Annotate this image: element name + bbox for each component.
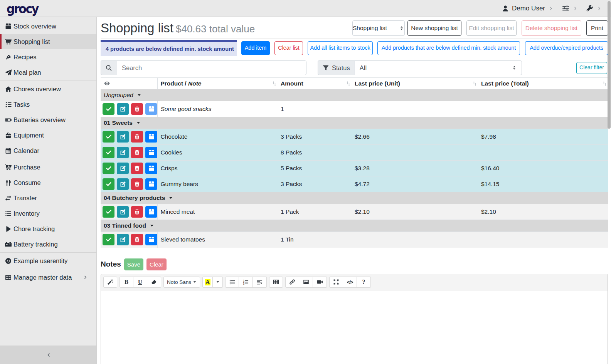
- settings-menu[interactable]: [562, 5, 578, 12]
- sidebar-item-manage-master-data[interactable]: Manage master data: [0, 270, 96, 285]
- delete-item-button[interactable]: [131, 103, 143, 115]
- add-all-to-stock-button[interactable]: Add all list items to stock: [308, 41, 373, 55]
- delete-item-button[interactable]: [131, 147, 143, 158]
- sidebar-item-stock-overview[interactable]: Stock overview: [0, 18, 96, 34]
- column-header-amount[interactable]: Amount: [278, 78, 352, 89]
- video-button[interactable]: [313, 277, 327, 288]
- list-ul-button[interactable]: [225, 277, 239, 288]
- sidebar-item-chore-tracking[interactable]: Chore tracking: [0, 221, 96, 237]
- sidebar-item-inventory[interactable]: Inventory: [0, 206, 96, 221]
- delete-item-button[interactable]: [131, 206, 143, 218]
- picture-icon: [303, 279, 309, 285]
- edit-item-button[interactable]: [117, 147, 129, 158]
- sidebar-item-shopping-list[interactable]: Shopping list: [0, 34, 96, 49]
- smile-icon: [5, 258, 12, 264]
- chevron-right-icon: [573, 6, 578, 11]
- picture-button[interactable]: [299, 277, 313, 288]
- mark-done-button[interactable]: [103, 131, 114, 143]
- user-menu[interactable]: Demo User: [502, 5, 554, 12]
- edit-shopping-list-button[interactable]: Edit shopping list: [466, 20, 517, 36]
- sidebar-item-meal-plan[interactable]: Meal plan: [0, 65, 96, 80]
- group-header[interactable]: 04 Butchery products: [104, 195, 605, 201]
- delete-item-button[interactable]: [131, 178, 143, 190]
- delete-item-button[interactable]: [131, 131, 143, 143]
- edit-item-button[interactable]: [117, 131, 129, 143]
- font-family-button[interactable]: Noto Sans: [163, 277, 200, 288]
- insert-table-button[interactable]: [269, 277, 283, 288]
- bold-button[interactable]: B: [120, 277, 133, 288]
- product-actions-button[interactable]: [145, 206, 157, 218]
- underline-button[interactable]: U: [133, 277, 147, 288]
- add-overdue-button[interactable]: Add overdue/expired products: [525, 41, 608, 55]
- mark-done-button[interactable]: [103, 178, 114, 190]
- notes-save-button[interactable]: Save: [124, 258, 143, 270]
- product-actions-button[interactable]: [145, 147, 157, 158]
- mark-done-button[interactable]: [103, 234, 114, 245]
- sidebar-item-calendar[interactable]: Calendar: [0, 143, 96, 158]
- new-shopping-list-button[interactable]: New shopping list: [407, 20, 461, 36]
- product-cell: Chocolate: [157, 129, 278, 145]
- clear-filter-button[interactable]: Clear filter: [576, 62, 607, 74]
- clear-list-button[interactable]: Clear list: [274, 41, 303, 55]
- delete-item-button[interactable]: [131, 163, 143, 174]
- cart-plus-icon: [5, 164, 12, 171]
- last-price-unit-cell: $2.66: [352, 129, 478, 145]
- sidebar-item-purchase[interactable]: Purchase: [0, 159, 96, 175]
- box-icon: [5, 23, 12, 30]
- color-more-button[interactable]: [213, 277, 223, 288]
- sidebar-item-transfer[interactable]: Transfer: [0, 190, 96, 206]
- sidebar-item-tasks[interactable]: Tasks: [0, 97, 96, 112]
- add-below-min-stock-button[interactable]: Add products that are below defined min.…: [377, 41, 520, 55]
- sidebar-item-battery-tracking[interactable]: Battery tracking: [0, 237, 96, 252]
- status-filter-select[interactable]: All: [355, 60, 522, 75]
- group-header[interactable]: Ungrouped: [104, 92, 605, 99]
- delete-shopping-list-button[interactable]: Delete shopping list: [522, 20, 581, 36]
- min-stock-banner[interactable]: 4 products are below defined min. stock …: [101, 40, 237, 56]
- codeview-button[interactable]: </>: [343, 277, 357, 288]
- paragraph-button[interactable]: [253, 277, 267, 288]
- edit-item-button[interactable]: [117, 234, 129, 245]
- column-header-last-price-total[interactable]: Last price (Total): [478, 78, 608, 89]
- admin-menu[interactable]: [586, 5, 602, 12]
- column-header-product[interactable]: Product / Note: [157, 78, 278, 89]
- product-actions-button[interactable]: [145, 163, 157, 174]
- sidebar-item-chores-overview[interactable]: Chores overview: [0, 81, 96, 97]
- delete-item-button[interactable]: [131, 234, 143, 245]
- edit-item-button[interactable]: [117, 206, 129, 218]
- sidebar-collapse-button[interactable]: [0, 346, 96, 364]
- column-header-last-price-unit[interactable]: Last price (Unit): [352, 78, 478, 89]
- product-actions-button[interactable]: [145, 103, 157, 115]
- mark-done-button[interactable]: [103, 163, 114, 174]
- product-actions-button[interactable]: [145, 178, 157, 190]
- fullscreen-button[interactable]: [329, 277, 343, 288]
- mark-done-button[interactable]: [103, 103, 114, 115]
- mark-done-button[interactable]: [103, 147, 114, 158]
- edit-item-button[interactable]: [117, 178, 129, 190]
- edit-item-button[interactable]: [117, 103, 129, 115]
- sidebar-item-example-userentity[interactable]: Example userentity: [0, 253, 96, 268]
- fore-color-button[interactable]: A: [202, 277, 213, 288]
- magic-button[interactable]: [103, 277, 117, 288]
- group-header[interactable]: 03 Tinned food: [104, 222, 605, 229]
- sidebar-item-batteries-overview[interactable]: Batteries overview: [0, 112, 96, 127]
- sidebar-item-recipes[interactable]: Recipes: [0, 49, 96, 65]
- product-cell: Crisps: [157, 161, 278, 176]
- print-button[interactable]: Print: [586, 20, 608, 36]
- page-scrollbar-thumb[interactable]: [608, 1, 611, 129]
- product-actions-button[interactable]: [145, 234, 157, 245]
- sidebar-item-equipment[interactable]: Equipment: [0, 127, 96, 143]
- product-actions-button[interactable]: [145, 131, 157, 143]
- eraser-button[interactable]: [147, 277, 161, 288]
- notes-clear-button[interactable]: Clear: [146, 258, 167, 270]
- search-input[interactable]: [117, 60, 306, 75]
- shopping-list-select[interactable]: Shopping list: [352, 20, 405, 36]
- group-header[interactable]: 01 Sweets: [104, 119, 605, 126]
- link-button[interactable]: [285, 277, 299, 288]
- list-ol-button[interactable]: 123: [239, 277, 253, 288]
- edit-item-button[interactable]: [117, 163, 129, 174]
- help-button[interactable]: ?: [357, 277, 371, 288]
- mark-done-button[interactable]: [103, 206, 114, 218]
- sidebar-item-consume[interactable]: Consume: [0, 175, 96, 190]
- notes-editor-canvas[interactable]: [101, 290, 608, 364]
- add-item-button[interactable]: Add item: [241, 41, 270, 55]
